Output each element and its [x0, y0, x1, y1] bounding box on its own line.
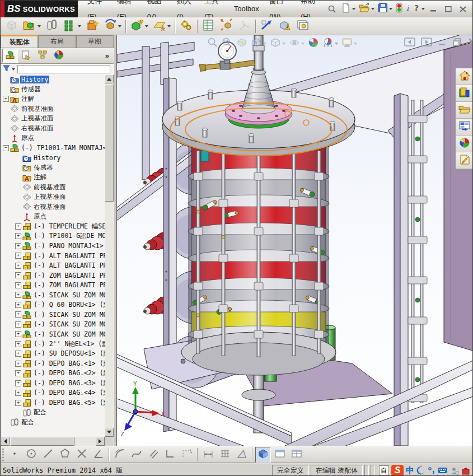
tree-expander[interactable]: +: [15, 233, 21, 239]
assembly-visualization-button[interactable]: [277, 18, 293, 35]
property-manager-tab[interactable]: [18, 49, 34, 63]
close-button[interactable]: [456, 3, 470, 15]
menu-5[interactable]: Toolbox: [229, 1, 264, 17]
circle-tool-button[interactable]: [24, 447, 39, 463]
zoom-to-fit-button[interactable]: [207, 37, 218, 50]
view-settings-dropdown-caret[interactable]: [354, 43, 357, 45]
tree-row[interactable]: 配合: [1, 408, 105, 418]
hide-show-items-dropdown-caret[interactable]: [301, 43, 305, 45]
mate-button[interactable]: [44, 18, 60, 35]
interference-detection-button[interactable]: [259, 18, 275, 35]
help-dropdown-caret[interactable]: [422, 8, 425, 10]
tree-row[interactable]: +A注解: [1, 94, 105, 104]
filter-dropdown-caret[interactable]: [12, 68, 15, 71]
scroll-up-button[interactable]: [105, 74, 114, 83]
tree-expander[interactable]: +: [15, 263, 21, 269]
view-orientation-button[interactable]: [251, 37, 266, 50]
smart-fasteners-button[interactable]: [84, 18, 101, 35]
panel-tab-1[interactable]: 布局: [38, 35, 76, 48]
tree-expander[interactable]: +: [15, 341, 21, 347]
restore-button[interactable]: [441, 3, 456, 15]
move-component-button[interactable]: [102, 18, 123, 35]
viewport-single-button[interactable]: [272, 447, 288, 463]
configuration-manager-tab[interactable]: [35, 49, 50, 63]
toolbar-drag-handle[interactable]: [2, 449, 4, 461]
tree-row[interactable]: +(-) PANO MONTAJ<1> (: [1, 241, 105, 251]
tree-horizontal-scrollbar[interactable]: [1, 437, 105, 446]
new-document-dropdown-caret[interactable]: [352, 8, 355, 10]
tree-row[interactable]: +(-) SICAK SU ZOM MON: [1, 310, 105, 320]
new-motion-study-button[interactable]: [178, 18, 195, 35]
tree-row[interactable]: 上视基准面: [1, 114, 105, 124]
bill-of-materials-button[interactable]: [200, 18, 217, 35]
save-document-button[interactable]: [377, 2, 394, 16]
tree-row[interactable]: +(-) 2'' N軩EL<1> (默: [1, 339, 105, 349]
ime-auto-button[interactable]: 自: [379, 465, 389, 475]
restore-child-button[interactable]: [452, 38, 462, 49]
reference-geometry-button[interactable]: [151, 18, 172, 35]
open-document-dropdown-caret[interactable]: [371, 8, 374, 10]
move-component-dropdown-caret[interactable]: [118, 25, 121, 27]
tree-expander[interactable]: +: [15, 380, 21, 386]
search-icon[interactable]: [326, 2, 338, 16]
tree-expander[interactable]: +: [15, 361, 21, 367]
point-tool-button[interactable]: [7, 447, 22, 463]
tree-expander[interactable]: +: [15, 223, 21, 230]
tree-row[interactable]: +(-) DEPO BAG.<3> (默: [1, 379, 105, 389]
tree-row[interactable]: −(-) TP1001-TAM MONTAJ<1: [1, 143, 105, 153]
scroll-left-button[interactable]: [1, 437, 10, 446]
tree-expander[interactable]: +: [15, 321, 21, 328]
construction-geometry-button[interactable]: [179, 447, 195, 463]
previous-window-button[interactable]: [404, 38, 415, 49]
tree-expander[interactable]: +: [15, 243, 21, 249]
minimize-button[interactable]: [427, 3, 441, 15]
scroll-down-button[interactable]: [105, 428, 114, 437]
ime-moon-icon[interactable]: [416, 466, 425, 475]
reference-geometry-dropdown-caret[interactable]: [167, 25, 171, 27]
open-document-button[interactable]: [358, 2, 376, 16]
new-document-button[interactable]: [340, 2, 357, 16]
tree-expander[interactable]: +: [15, 282, 21, 288]
hide-show-items-button[interactable]: [289, 37, 305, 50]
shaded-view-button[interactable]: [255, 447, 271, 463]
tree-row[interactable]: 右视基准面: [1, 124, 105, 134]
tree-row[interactable]: 前视基准面: [1, 183, 105, 193]
tangent-arc-tool-button[interactable]: [112, 447, 128, 463]
tree-expander[interactable]: +: [15, 311, 21, 318]
exploded-view-button[interactable]: [218, 18, 235, 35]
tree-expander[interactable]: +: [15, 292, 21, 298]
view-settings-button[interactable]: [341, 37, 357, 50]
linear-component-pattern-dropdown-caret[interactable]: [78, 25, 81, 27]
spline-tool-button[interactable]: [129, 447, 144, 463]
tree-expander[interactable]: +: [15, 370, 21, 376]
tree-row[interactable]: +(-) ZOM BAGLANTI PRO: [1, 281, 105, 291]
tree-expander[interactable]: +: [15, 331, 21, 337]
assembly-features-button[interactable]: [129, 18, 150, 35]
tree-row[interactable]: 上视基准面: [1, 192, 105, 202]
tree-expander[interactable]: +: [15, 400, 21, 406]
view-orientation-dropdown-caret[interactable]: [263, 43, 266, 45]
tree-row[interactable]: +(-) SICAK SU ZOM MON: [1, 329, 105, 339]
tree-row[interactable]: +(-) DEPO BAG.<4> (默: [1, 388, 105, 398]
trim-tool-button[interactable]: [74, 447, 90, 463]
tree-expander[interactable]: +: [3, 96, 9, 102]
close-child-button[interactable]: [468, 38, 473, 49]
tree-expander[interactable]: +: [15, 253, 21, 259]
tree-row[interactable]: 配合: [1, 418, 105, 428]
feature-manager-tab[interactable]: [2, 49, 18, 63]
save-document-dropdown-caret[interactable]: [389, 8, 392, 10]
tree-row[interactable]: 右视基准面: [1, 202, 105, 212]
parallel-relation-button[interactable]: [146, 447, 161, 463]
ime-punctuation-icon[interactable]: [428, 466, 435, 475]
panel-tab-2[interactable]: 草图: [76, 35, 114, 48]
angle-snap-button[interactable]: [234, 447, 250, 463]
tree-row[interactable]: +(-) DEPO BAG.<1> (默: [1, 359, 105, 369]
apply-scene-button[interactable]: [322, 37, 338, 50]
grid-snap-button[interactable]: [217, 447, 233, 463]
tree-expander[interactable]: +: [15, 272, 21, 278]
tree-row[interactable]: +(-) TEMPERLEME 轠SE<: [1, 222, 105, 232]
graphics-viewport[interactable]: Y X Z: [116, 35, 473, 446]
ime-keyboard-icon[interactable]: [438, 466, 448, 474]
taskpane-appearances-tab[interactable]: [456, 136, 473, 152]
tree-row[interactable]: 传感器: [1, 163, 105, 173]
